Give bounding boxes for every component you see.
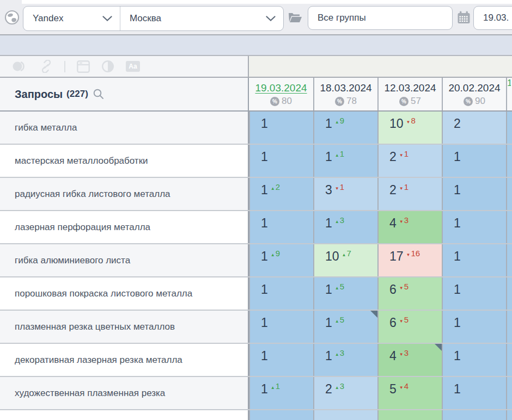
position-cell[interactable]: 1 xyxy=(249,311,313,343)
position-cell[interactable]: 1▲1 xyxy=(249,377,313,409)
position-value: 10 xyxy=(325,249,339,263)
position-cell[interactable]: 1 xyxy=(442,377,506,409)
link-icon[interactable] xyxy=(40,60,53,73)
position-change-value: 1 xyxy=(404,149,409,158)
column-date-header[interactable]: 19.03.2024%80 xyxy=(249,78,313,110)
position-cell[interactable]: 1 xyxy=(442,211,506,243)
position-cell[interactable]: 2 xyxy=(442,112,506,144)
arrow-up-icon: ▲ xyxy=(271,252,275,257)
query-cell[interactable]: плазменная резка цветных металлов xyxy=(0,311,249,343)
position-change-value: 7 xyxy=(347,249,351,258)
font-case-icon[interactable]: Aa xyxy=(126,61,140,72)
arrow-down-icon: ▼ xyxy=(399,319,404,324)
position-value: 2 xyxy=(325,382,332,396)
query-cell[interactable]: гибка алюминиевого листа xyxy=(0,244,249,276)
position-cell[interactable]: 1▲2 xyxy=(249,178,313,210)
position-cell[interactable]: 2▼1 xyxy=(377,178,442,210)
position-change: ▲2 xyxy=(271,182,280,192)
visibility-share: %78 xyxy=(335,96,357,107)
arrow-down-icon: ▼ xyxy=(399,385,404,390)
position-cell[interactable]: 5▼4 xyxy=(377,377,442,409)
position-cell[interactable]: 4▼3 xyxy=(377,344,442,376)
position-value: 1 xyxy=(454,216,461,230)
date-range-input[interactable]: 19.03. xyxy=(473,6,512,30)
position-cell[interactable]: 1 xyxy=(249,112,313,144)
browser-window-icon[interactable] xyxy=(77,60,90,73)
position-cell[interactable]: 1 xyxy=(249,344,313,376)
position-cell[interactable]: 6▼5 xyxy=(377,277,442,310)
region-select[interactable]: Москва xyxy=(120,7,283,30)
query-cell[interactable]: художественная плазменная резка xyxy=(0,377,249,409)
groups-filter-input[interactable]: Все группы xyxy=(308,6,453,30)
position-value: 2 xyxy=(389,150,397,164)
position-cell[interactable] xyxy=(377,410,442,420)
table-body: гибка металла11▲910▼82мастерская металло… xyxy=(0,112,512,420)
position-cell[interactable]: 1 xyxy=(249,145,313,177)
column-date-header[interactable]: 18.03.2024%78 xyxy=(313,78,377,110)
position-change-value: 2 xyxy=(276,182,280,192)
position-cell[interactable]: 1 xyxy=(442,244,506,276)
position-cell[interactable]: 1▲3 xyxy=(313,211,377,243)
position-cell[interactable]: 1▲3 xyxy=(313,344,377,376)
visibility-share: %57 xyxy=(399,96,421,107)
position-change: ▲5 xyxy=(335,282,344,291)
query-cell[interactable]: лазерная перфорация металла xyxy=(0,211,249,243)
position-value: 1 xyxy=(325,216,332,230)
position-value: 1 xyxy=(261,216,268,230)
position-cell[interactable]: 1▲9 xyxy=(313,112,377,144)
position-value: 1 xyxy=(325,282,332,297)
position-cell[interactable]: 1 xyxy=(442,178,506,210)
position-cell[interactable]: 1 xyxy=(249,211,313,243)
calendar-icon[interactable] xyxy=(458,11,470,26)
compare-circles-icon[interactable] xyxy=(12,60,28,73)
arrow-up-icon: ▲ xyxy=(335,352,339,357)
position-value: 1 xyxy=(454,349,461,363)
position-cell[interactable]: 2▼1 xyxy=(377,145,442,177)
position-cell[interactable] xyxy=(313,410,377,420)
query-cell[interactable]: порошковая покраска листового металла xyxy=(0,277,249,310)
query-cell[interactable] xyxy=(0,410,249,420)
position-cell[interactable]: 4▼3 xyxy=(377,211,442,243)
position-value: 1 xyxy=(261,349,268,363)
column-date-label: 20.02.2024 xyxy=(448,82,500,94)
position-cell[interactable] xyxy=(249,410,313,420)
note-corner-marker xyxy=(435,344,442,351)
position-cell[interactable]: 1 xyxy=(249,277,313,310)
position-cell[interactable] xyxy=(442,410,506,420)
search-icon[interactable] xyxy=(93,89,104,100)
position-cell[interactable]: 1 xyxy=(442,344,506,376)
table-row: лазерная перфорация металла11▲34▼31 xyxy=(0,211,512,244)
position-value: 6 xyxy=(389,316,397,330)
position-cell[interactable]: 6▼5 xyxy=(377,311,442,343)
query-cell[interactable]: гибка металла xyxy=(0,112,249,144)
position-cell[interactable]: 10▼8 xyxy=(377,112,442,144)
column-date-header[interactable]: 20.02.2024%90 xyxy=(442,78,506,110)
position-cell[interactable]: 1▲1 xyxy=(313,145,377,177)
query-cell[interactable]: радиусная гибка листового металла xyxy=(0,178,249,210)
query-cell[interactable]: мастерская металлообработки xyxy=(0,145,249,177)
position-cell[interactable]: 1 xyxy=(442,145,506,177)
position-cell[interactable]: 1▲9 xyxy=(249,244,313,276)
position-change-value: 5 xyxy=(340,315,344,324)
position-change: ▼1 xyxy=(399,182,409,192)
position-cell[interactable]: 1 xyxy=(442,277,506,310)
position-cell[interactable]: 1▲5 xyxy=(313,311,377,343)
query-cell[interactable]: декоративная лазерная резка металла xyxy=(0,344,249,376)
column-date-header[interactable]: 12.03.2024%57 xyxy=(377,78,442,110)
position-value: 2 xyxy=(454,116,461,131)
position-cell[interactable]: 1▲5 xyxy=(313,277,377,310)
folder-icon[interactable] xyxy=(288,12,302,26)
position-value: 17 xyxy=(389,249,404,263)
position-cell[interactable]: 3▼1 xyxy=(313,178,377,210)
contrast-icon[interactable] xyxy=(101,60,114,73)
query-text: декоративная лазерная резка металла xyxy=(15,354,182,366)
position-cell[interactable]: 17▼16 xyxy=(377,244,442,276)
position-change-value: 1 xyxy=(404,182,409,192)
position-value: 5 xyxy=(389,382,397,396)
arrow-down-icon: ▼ xyxy=(406,120,411,125)
position-cell[interactable]: 1 xyxy=(442,311,506,343)
visibility-share-value: 80 xyxy=(282,96,292,107)
position-cell[interactable]: 2▲3 xyxy=(313,377,377,409)
position-cell[interactable]: 10▲7 xyxy=(313,244,377,276)
search-engine-select[interactable]: Yandex xyxy=(23,7,120,30)
